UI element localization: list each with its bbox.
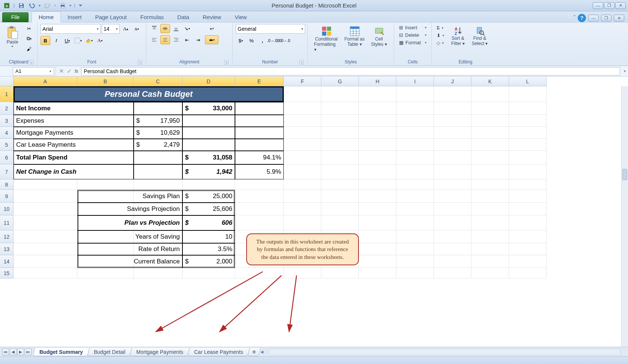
cell-blank[interactable] — [284, 164, 321, 179]
cell-E4[interactable] — [235, 127, 284, 139]
column-header-K[interactable]: K — [471, 77, 509, 86]
cell-A4[interactable]: Mortgage Payments — [14, 127, 134, 139]
row-header-13[interactable]: 13 — [0, 243, 14, 255]
cell-blank[interactable] — [471, 102, 509, 115]
cell-blank[interactable] — [284, 115, 321, 127]
wrap-text-icon[interactable]: ↩ — [205, 24, 218, 33]
cancel-formula-icon[interactable]: ✕ — [59, 68, 64, 75]
cell-blank[interactable] — [509, 190, 547, 203]
cell-blank[interactable] — [509, 230, 547, 243]
name-box[interactable]: A1▾ — [13, 67, 54, 75]
cell-blank[interactable] — [359, 139, 396, 151]
customize-qat-icon[interactable]: ⏷ — [78, 3, 83, 8]
cell-blank[interactable] — [396, 127, 434, 139]
cell-blank[interactable] — [321, 102, 359, 115]
cell-D5[interactable] — [182, 139, 235, 151]
minimize-button[interactable]: — — [593, 2, 603, 9]
help-icon[interactable]: ? — [578, 14, 586, 22]
cell-blank[interactable] — [396, 164, 434, 179]
cell-blank[interactable] — [321, 179, 359, 190]
doc-minimize-button[interactable]: — — [588, 15, 599, 21]
cell-blank[interactable] — [471, 86, 509, 102]
cell-blank[interactable] — [434, 102, 471, 115]
column-header-F[interactable]: F — [284, 77, 321, 86]
cell-blank[interactable] — [396, 215, 434, 230]
cell-blank[interactable] — [396, 179, 434, 190]
row-header-3[interactable]: 3 — [0, 115, 14, 127]
cell-blank[interactable] — [396, 139, 434, 151]
autosum-button[interactable]: Σ▾ — [435, 24, 446, 32]
cell-blank[interactable] — [509, 179, 547, 190]
font-color-icon[interactable]: A▾ — [95, 36, 105, 45]
cell-blank[interactable] — [434, 190, 471, 203]
format-cells-button[interactable]: ▦Format ▾ — [397, 39, 428, 46]
cell-blank[interactable] — [284, 215, 321, 230]
cell-blank[interactable] — [434, 203, 471, 215]
format-as-table-button[interactable]: Format asTable ▾ — [342, 24, 367, 49]
cell-blank[interactable] — [14, 243, 77, 255]
cell-blank[interactable] — [509, 127, 547, 139]
cell-blank[interactable] — [396, 151, 434, 164]
cell-blank[interactable] — [359, 190, 396, 203]
cell-blank[interactable] — [509, 243, 547, 255]
row-header-10[interactable]: 10 — [0, 203, 14, 215]
cell-blank[interactable] — [471, 127, 509, 139]
cell-blank[interactable] — [235, 215, 284, 230]
cell-blank[interactable] — [471, 164, 509, 179]
fx-icon[interactable]: fx — [75, 69, 78, 74]
cell-B14[interactable]: Current Balance — [77, 255, 182, 268]
cell-E6[interactable]: 94.1% — [235, 151, 284, 164]
merge-center-icon[interactable]: ⬌▾ — [205, 35, 218, 44]
row-header-14[interactable]: 14 — [0, 255, 14, 268]
cell-blank[interactable] — [284, 179, 321, 190]
cell-styles-button[interactable]: CellStyles ▾ — [369, 24, 389, 49]
row-header-15[interactable]: 15 — [0, 268, 14, 278]
cell-blank[interactable] — [396, 243, 434, 255]
cell-B12[interactable]: Years of Saving — [77, 230, 182, 243]
cell-blank[interactable] — [509, 102, 547, 115]
redo-icon[interactable] — [43, 2, 52, 10]
cell-blank[interactable] — [471, 255, 509, 268]
cell-A7[interactable]: Net Change in Cash — [14, 164, 134, 179]
cell-blank[interactable] — [509, 268, 547, 278]
cell-D13[interactable]: 3.5% — [182, 243, 235, 255]
column-header-I[interactable]: I — [396, 77, 434, 86]
cell-D4[interactable] — [182, 127, 235, 139]
cell-blank[interactable] — [471, 230, 509, 243]
scroll-thumb[interactable] — [622, 169, 627, 180]
cell-blank[interactable] — [321, 190, 359, 203]
excel-icon[interactable]: X — [2, 2, 11, 10]
cell-blank[interactable] — [434, 164, 471, 179]
orientation-icon[interactable]: ➘▾ — [182, 24, 192, 33]
cell-C6[interactable] — [134, 151, 182, 164]
cell-blank[interactable] — [14, 215, 77, 230]
worksheet-grid[interactable]: ABCDEFGHIJKL 123456789101112131415 Perso… — [0, 77, 628, 347]
cell-blank[interactable] — [396, 102, 434, 115]
align-right-icon[interactable] — [171, 35, 181, 44]
cell-B11[interactable]: Plan vs Projection — [77, 215, 182, 230]
sheet-tab-budget-detail[interactable]: Budget Detail — [87, 348, 132, 356]
conditional-formatting-button[interactable]: ConditionalFormatting ▾ — [313, 24, 340, 54]
prev-sheet-icon[interactable]: ◀ — [10, 349, 17, 355]
cell-blank[interactable] — [471, 268, 509, 278]
cell-D3[interactable] — [182, 115, 235, 127]
column-header-G[interactable]: G — [321, 77, 359, 86]
find-select-button[interactable]: Find &Select ▾ — [470, 24, 489, 48]
cell-blank[interactable] — [77, 268, 134, 278]
column-header-E[interactable]: E — [235, 77, 284, 86]
cell-B13[interactable]: Rate of Return — [77, 243, 182, 255]
cell-C2[interactable] — [134, 102, 182, 115]
column-header-A[interactable]: A — [14, 77, 77, 86]
font-name-combo[interactable]: Arial▾ — [41, 24, 101, 34]
cell-blank[interactable] — [284, 139, 321, 151]
cell-blank[interactable] — [434, 268, 471, 278]
cell-blank[interactable] — [396, 86, 434, 102]
cell-blank[interactable] — [14, 268, 77, 278]
cell-blank[interactable] — [284, 151, 321, 164]
cell-blank[interactable] — [284, 86, 321, 102]
column-header-B[interactable]: B — [77, 77, 134, 86]
cell-blank[interactable] — [396, 230, 434, 243]
row-header-7[interactable]: 7 — [0, 164, 14, 179]
bold-button[interactable]: B — [41, 36, 50, 45]
cell-blank[interactable] — [434, 255, 471, 268]
